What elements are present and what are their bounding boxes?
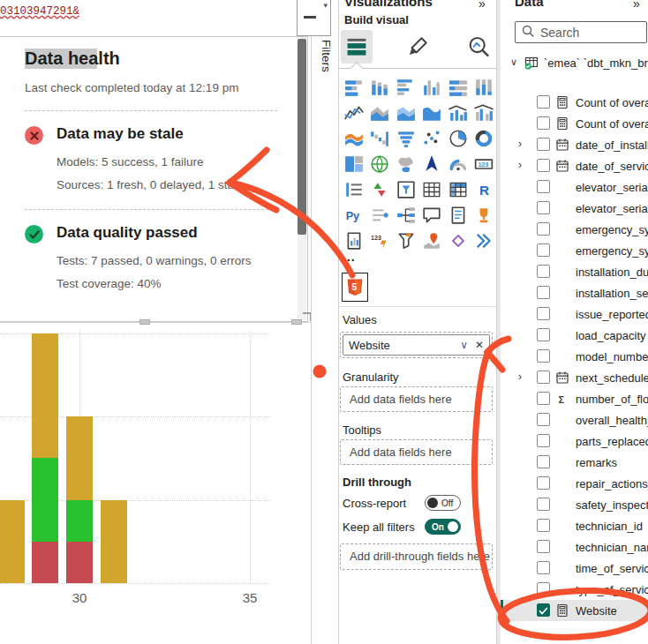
remove-field-icon[interactable]: ✕	[475, 339, 484, 351]
field-row-emergency-syst-[interactable]: emergency_syst...	[501, 219, 648, 240]
visual-resize-handle[interactable]	[139, 319, 150, 325]
chevron-down-icon[interactable]: ∨	[460, 339, 468, 351]
bar-segment-green[interactable]	[32, 458, 58, 542]
clustered-bar-chart-icon[interactable]	[393, 74, 419, 100]
more-visuals-button[interactable]: ...	[343, 250, 356, 264]
field-row-installation-dur-[interactable]: installation_dur...	[501, 261, 648, 282]
field-checkbox[interactable]	[537, 328, 550, 341]
field-row-date-of-installa-[interactable]: ›date_of_installa...	[501, 134, 648, 155]
field-checkbox[interactable]	[537, 265, 550, 278]
field-row-count-of-overal-[interactable]: Count of overal...	[501, 113, 648, 134]
decomposition-tree-icon[interactable]	[393, 202, 419, 228]
multi-row-card-icon[interactable]	[341, 176, 367, 202]
field-checkbox[interactable]	[537, 116, 550, 130]
field-checkbox[interactable]	[537, 434, 550, 447]
field-row-safety-inspectio-[interactable]: safety_inspectio...	[501, 494, 648, 515]
visual-resize-handle[interactable]	[291, 319, 302, 325]
field-row-overall-health-c-[interactable]: overall_health_c...	[501, 409, 648, 431]
filled-map-icon[interactable]	[393, 151, 419, 176]
ribbon-chart-icon[interactable]	[341, 125, 367, 151]
field-checkbox[interactable]	[537, 498, 550, 511]
scatter-chart-icon[interactable]	[419, 125, 446, 151]
custom-visual-diamond-icon[interactable]	[445, 228, 471, 253]
field-row-time-of-service[interactable]: time_of_service	[501, 558, 648, 579]
analytics-tab[interactable]	[463, 30, 494, 64]
map-icon[interactable]	[367, 151, 394, 176]
field-row-type-of-service[interactable]: type_of_service	[501, 579, 648, 600]
collapse-pane-icon[interactable]: »	[478, 0, 485, 11]
python-visual-icon[interactable]: Py	[341, 202, 367, 228]
build-visual-tab[interactable]	[341, 30, 373, 64]
field-checkbox[interactable]	[537, 349, 550, 363]
arcgis-map-icon[interactable]	[419, 228, 446, 253]
field-checkbox[interactable]	[537, 371, 550, 384]
tooltip-scrollbar[interactable]	[298, 37, 306, 319]
bar-segment-green[interactable]	[66, 500, 93, 542]
granularity-drop-zone[interactable]: Add data fields here	[340, 386, 493, 412]
html-content-visual-selected[interactable]: 5	[342, 273, 368, 302]
field-row-number-of-floo-[interactable]: Σnumber_of_floo...	[501, 388, 648, 409]
line-chart-icon[interactable]	[341, 100, 367, 125]
field-checkbox[interactable]	[537, 603, 550, 617]
drill-through-drop-zone[interactable]: Add drill-through fields here	[340, 543, 493, 570]
treemap-icon[interactable]	[341, 151, 367, 176]
power-apps-icon[interactable]: 123	[367, 228, 394, 253]
metrics-icon[interactable]	[471, 202, 497, 228]
format-visual-tab[interactable]	[402, 30, 433, 64]
field-checkbox[interactable]	[537, 286, 550, 299]
stacked-area-chart-icon[interactable]	[393, 100, 419, 125]
stacked-bar-chart-icon[interactable]	[341, 74, 367, 100]
expand-chevron-icon[interactable]: ›	[518, 371, 522, 383]
field-row-next-scheduled-[interactable]: ›next_scheduled...	[501, 367, 648, 388]
field-row-count-of-overal-[interactable]: Count of overal...	[501, 92, 648, 113]
field-checkbox[interactable]	[537, 95, 550, 109]
table-tree-root[interactable]: ∨ `emea` `dbt_mkn_bron...	[501, 53, 648, 74]
field-row-technician-id[interactable]: technician_id	[501, 515, 648, 536]
azure-map-icon[interactable]	[419, 151, 446, 176]
table-icon[interactable]	[419, 176, 446, 202]
gauge-icon[interactable]	[445, 151, 471, 176]
keep-all-filters-toggle[interactable]: On	[425, 519, 461, 535]
clustered-column-chart-icon[interactable]	[419, 74, 446, 100]
field-checkbox[interactable]	[537, 222, 550, 236]
filters-pane-collapsed[interactable]: Filters	[311, 0, 339, 644]
field-row-elevator-serial-[interactable]: elevator_serial_...	[501, 198, 648, 219]
pie-chart-icon[interactable]	[445, 125, 471, 151]
expand-chevron-icon[interactable]: ›	[518, 159, 522, 171]
stacked-column-chart-icon[interactable]	[367, 74, 394, 100]
field-checkbox[interactable]	[537, 243, 550, 257]
collapse-pane-icon[interactable]: »	[633, 0, 639, 11]
field-checkbox[interactable]	[537, 180, 550, 193]
field-row-elevator-serial-[interactable]: elevator_serial_...	[501, 176, 648, 198]
slicer-icon[interactable]	[393, 176, 419, 202]
field-checkbox[interactable]	[537, 582, 550, 595]
card-icon[interactable]: 123	[471, 151, 497, 176]
kpi-icon[interactable]	[367, 176, 394, 202]
q-and-a-icon[interactable]	[419, 202, 446, 228]
key-influencers-icon[interactable]	[367, 202, 394, 228]
100%-stacked-area-chart-icon[interactable]	[419, 100, 446, 125]
field-row-emergency-syst-[interactable]: emergency_syst...	[501, 240, 648, 261]
bar-segment-gold[interactable]	[66, 416, 93, 500]
field-row-repair-actions-t-[interactable]: repair_actions_t...	[501, 473, 648, 494]
bar-segment-gold[interactable]	[101, 500, 127, 584]
field-checkbox[interactable]	[537, 519, 550, 532]
field-row-parts-replaced[interactable]: parts_replaced	[501, 431, 648, 452]
field-checkbox[interactable]	[537, 561, 550, 574]
field-checkbox[interactable]	[537, 159, 550, 172]
field-row-website[interactable]: Website	[501, 600, 648, 621]
field-checkbox[interactable]	[537, 455, 550, 468]
field-checkbox[interactable]	[537, 307, 550, 320]
popup-scroll-arrow-icon[interactable]: ▾	[323, 1, 328, 10]
values-drop-zone[interactable]: Website ∨ ✕	[340, 332, 493, 358]
custom-visual-chevrons-icon[interactable]	[471, 228, 497, 253]
area-chart-icon[interactable]	[367, 100, 394, 125]
field-checkbox[interactable]	[537, 476, 550, 490]
donut-chart-icon[interactable]	[471, 125, 497, 151]
bar-segment-gold[interactable]	[32, 333, 58, 459]
line-and-clustered-column-chart-icon[interactable]	[471, 100, 497, 125]
100%-stacked-column-chart-icon[interactable]	[471, 74, 497, 100]
expand-chevron-icon[interactable]: ›	[518, 138, 522, 150]
bar-segment-red[interactable]	[32, 542, 58, 583]
tooltip-scrollbar-thumb[interactable]	[298, 39, 306, 235]
